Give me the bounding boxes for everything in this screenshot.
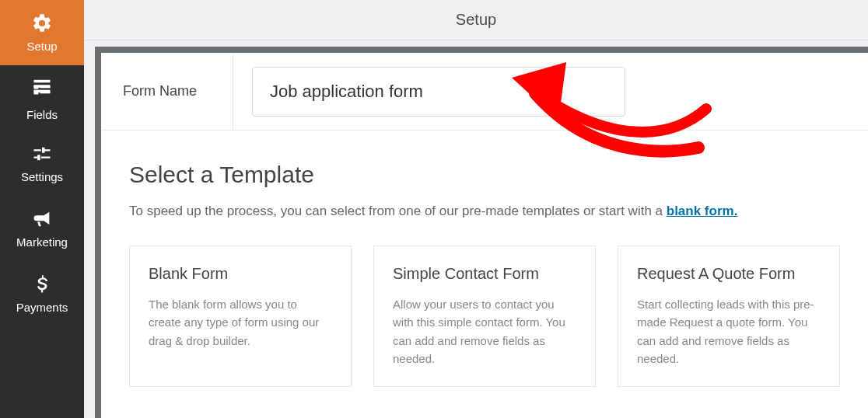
select-template-heading: Select a Template xyxy=(129,162,840,188)
sidebar-item-label: Payments xyxy=(16,301,68,314)
sidebar-item-payments[interactable]: Payments xyxy=(0,261,84,326)
template-title: Blank Form xyxy=(149,265,332,283)
fields-icon xyxy=(31,81,53,105)
sidebar-item-label: Marketing xyxy=(16,235,68,249)
select-template-desc: To speed up the process, you can select … xyxy=(129,204,840,219)
svg-rect-5 xyxy=(40,86,51,88)
select-template-desc-text: To speed up the process, you can select … xyxy=(129,204,667,218)
form-name-label: Form Name xyxy=(123,83,197,99)
dollar-icon xyxy=(31,273,53,298)
sliders-icon xyxy=(31,143,53,167)
bullhorn-icon xyxy=(31,208,53,232)
sidebar-item-fields[interactable]: Fields xyxy=(0,65,84,131)
template-desc: The blank form allows you to create any … xyxy=(149,295,332,350)
template-card-blank[interactable]: Blank Form The blank form allows you to … xyxy=(129,246,352,387)
template-title: Request A Quote Form xyxy=(637,265,821,283)
blank-form-link[interactable]: blank form. xyxy=(667,204,738,218)
sidebar: Setup Fields Settings Marketing xyxy=(0,0,84,418)
page-title: Setup xyxy=(456,11,496,29)
sidebar-item-marketing[interactable]: Marketing xyxy=(0,196,84,261)
sidebar-item-setup[interactable]: Setup xyxy=(0,0,84,65)
sidebar-item-label: Settings xyxy=(21,170,63,183)
gear-icon xyxy=(31,12,53,37)
svg-rect-7 xyxy=(40,92,51,93)
template-desc: Allow your users to contact you with thi… xyxy=(393,295,576,367)
svg-rect-6 xyxy=(34,90,39,94)
template-card-contact[interactable]: Simple Contact Form Allow your users to … xyxy=(373,246,596,387)
sidebar-item-label: Setup xyxy=(26,40,57,53)
sidebar-item-label: Fields xyxy=(26,108,58,121)
template-title: Simple Contact Form xyxy=(393,265,576,283)
form-name-input[interactable] xyxy=(252,67,625,117)
svg-rect-4 xyxy=(34,85,39,89)
sidebar-item-settings[interactable]: Settings xyxy=(0,131,84,196)
template-desc: Start collecting leads with this pre-mad… xyxy=(637,295,821,367)
topbar: Setup xyxy=(84,0,868,40)
template-card-quote[interactable]: Request A Quote Form Start collecting le… xyxy=(618,246,840,387)
